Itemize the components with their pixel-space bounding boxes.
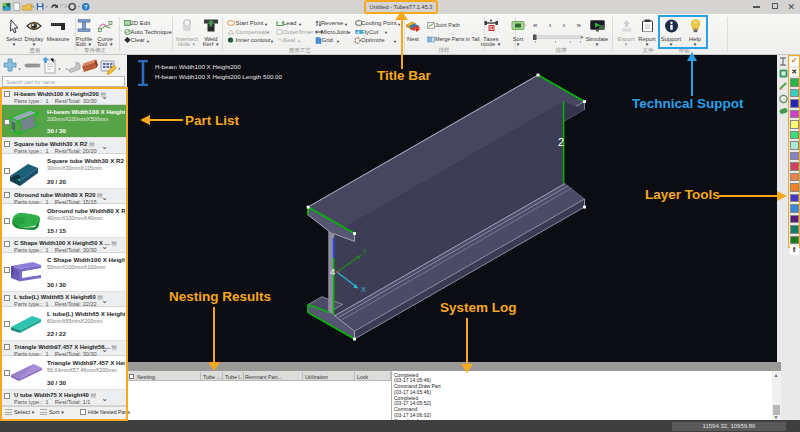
svg-text:⊞: ⊞ bbox=[356, 29, 359, 34]
svg-text:?: ? bbox=[84, 4, 88, 10]
svg-text:4: 4 bbox=[330, 266, 335, 277]
svg-text:Y: Y bbox=[362, 247, 367, 256]
svg-text:3D: 3D bbox=[489, 26, 496, 31]
svg-text:X: X bbox=[361, 285, 366, 294]
svg-text:2: 2 bbox=[558, 136, 564, 148]
